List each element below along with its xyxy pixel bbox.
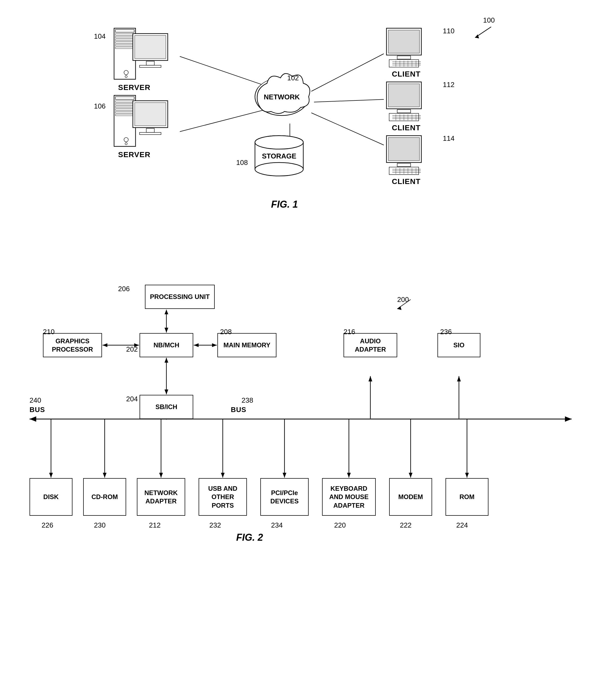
fig2-caption: FIG. 2 xyxy=(236,532,263,543)
main-memory-box: MAIN MEMORY xyxy=(217,333,277,357)
svg-rect-21 xyxy=(140,65,161,68)
sio-box: SIO xyxy=(437,333,480,357)
svg-line-7 xyxy=(311,113,384,145)
pci-devices-box: PCI/PCIe DEVICES xyxy=(260,478,309,516)
rom-box: ROM xyxy=(446,478,488,516)
disk-box: DISK xyxy=(30,478,73,516)
svg-rect-56 xyxy=(397,56,410,59)
svg-marker-126 xyxy=(347,473,351,478)
svg-rect-33 xyxy=(135,103,166,126)
ref-106: 106 xyxy=(94,102,106,110)
server2-label: SERVER xyxy=(118,151,150,159)
svg-rect-35 xyxy=(140,132,161,135)
svg-point-52 xyxy=(255,136,303,149)
svg-rect-81 xyxy=(388,137,420,161)
fig2-diagram: 200 PROCESSING UNIT 206 NB/MCH 202 MAIN … xyxy=(22,274,585,685)
keyboard-adapter-box: KEYBOARD AND MOUSE ADAPTER xyxy=(322,478,376,516)
ref-102: 102 xyxy=(287,74,299,82)
svg-rect-69 xyxy=(397,110,410,113)
svg-marker-116 xyxy=(49,473,53,478)
bus1-label: BUS xyxy=(30,406,45,414)
svg-marker-122 xyxy=(221,473,225,478)
svg-marker-99 xyxy=(103,343,107,347)
svg-marker-124 xyxy=(283,473,286,478)
ref-200: 200 xyxy=(397,295,409,304)
svg-marker-108 xyxy=(30,416,36,422)
ref-104: 104 xyxy=(94,32,106,41)
client3-workstation xyxy=(381,134,435,177)
svg-marker-106 xyxy=(165,358,168,362)
server1-label: SERVER xyxy=(118,83,150,92)
fig1-diagram: 100 104 SERVE xyxy=(40,11,550,252)
svg-rect-82 xyxy=(397,163,410,166)
svg-point-51 xyxy=(255,162,303,176)
svg-rect-20 xyxy=(146,61,154,65)
ref-216: 216 xyxy=(343,328,355,336)
graphics-processor-box: GRAPHICS PROCESSOR xyxy=(43,333,102,357)
ref-234: 234 xyxy=(271,521,283,530)
server2-monitor xyxy=(132,99,174,142)
client2-workstation xyxy=(381,81,435,124)
ref-238: 238 xyxy=(242,396,253,405)
svg-marker-94 xyxy=(397,306,401,310)
svg-rect-19 xyxy=(135,35,166,58)
svg-marker-109 xyxy=(565,416,572,422)
ref-210: 210 xyxy=(43,328,55,336)
audio-adapter-box: AUDIO ADAPTER xyxy=(343,333,397,357)
svg-marker-120 xyxy=(159,473,163,478)
ref-240: 240 xyxy=(30,396,41,405)
svg-rect-68 xyxy=(388,84,420,107)
server1-monitor xyxy=(132,32,174,75)
client1-workstation xyxy=(381,27,435,70)
processing-unit-box: PROCESSING UNIT xyxy=(145,285,215,309)
ref-206: 206 xyxy=(118,285,130,293)
svg-marker-96 xyxy=(165,310,168,314)
modem-box: MODEM xyxy=(389,478,432,516)
svg-marker-97 xyxy=(165,328,168,332)
svg-marker-105 xyxy=(165,389,168,394)
ref-110: 110 xyxy=(443,27,454,35)
ref-232: 232 xyxy=(209,521,221,530)
ref-114: 114 xyxy=(443,134,454,143)
svg-marker-102 xyxy=(194,343,199,347)
svg-marker-112 xyxy=(368,376,372,381)
network-cloud: NETWORK xyxy=(250,64,314,118)
svg-marker-128 xyxy=(409,473,413,478)
client1-label: CLIENT xyxy=(392,70,421,78)
ref-208: 208 xyxy=(220,328,232,336)
ref-224: 224 xyxy=(456,521,468,530)
usb-ports-box: USB AND OTHER PORTS xyxy=(199,478,247,516)
client2-label: CLIENT xyxy=(392,124,421,132)
svg-line-5 xyxy=(311,54,384,91)
ref-222: 222 xyxy=(400,521,412,530)
ref-226: 226 xyxy=(41,521,53,530)
svg-rect-34 xyxy=(146,128,154,132)
network-adapter-box: NETWORK ADAPTER xyxy=(137,478,185,516)
ref-220: 220 xyxy=(334,521,346,530)
ref-236: 236 xyxy=(440,328,452,336)
cd-rom-box: CD-ROM xyxy=(83,478,126,516)
svg-marker-103 xyxy=(212,343,217,347)
fig1-caption: FIG. 1 xyxy=(271,199,298,210)
ref-204: 204 xyxy=(126,395,138,403)
svg-marker-114 xyxy=(457,376,461,381)
ref-230: 230 xyxy=(94,521,106,530)
ref-202: 202 xyxy=(126,345,138,353)
ref-112: 112 xyxy=(443,81,454,89)
ref-108: 108 xyxy=(236,159,248,167)
svg-text:NETWORK: NETWORK xyxy=(264,93,300,101)
sb-ich-box: SB/ICH xyxy=(140,395,193,419)
bus2-label: BUS xyxy=(231,406,246,414)
ref-212: 212 xyxy=(149,521,161,530)
svg-line-6 xyxy=(314,99,384,102)
svg-text:STORAGE: STORAGE xyxy=(262,152,296,160)
svg-marker-130 xyxy=(465,473,469,478)
fig2-connections xyxy=(22,274,585,569)
svg-rect-55 xyxy=(388,30,420,53)
client3-label: CLIENT xyxy=(392,177,421,186)
svg-marker-118 xyxy=(103,473,107,478)
storage-cylinder: STORAGE xyxy=(252,134,306,177)
nb-mch-box: NB/MCH xyxy=(140,333,193,357)
